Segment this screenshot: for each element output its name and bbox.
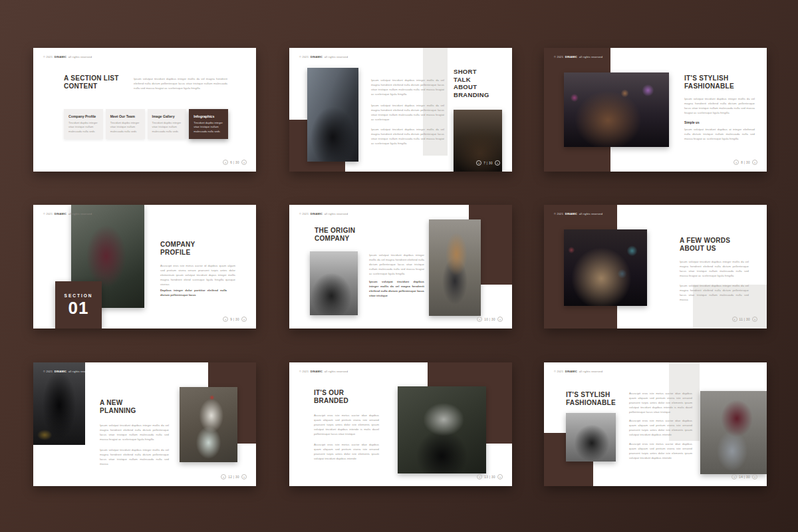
slide-14-its-stylish-fashionable: © 2021 DINAMIC all rights reserved IT'S … — [544, 362, 767, 486]
next-slide-icon[interactable]: › — [241, 317, 247, 322]
page-number: 12 | 30 — [228, 475, 239, 479]
card-body: Tincidunt dapibu integer vitae tristique… — [110, 121, 140, 134]
brand-name: DINAMIC — [565, 212, 578, 215]
pager: ‹ 12 | 30 › — [221, 474, 247, 479]
intro-paragraph: Ipsum volutpat tincidunt dapibus integer… — [134, 77, 227, 91]
photo-man-leather-jacket — [307, 68, 358, 162]
prev-slide-icon[interactable]: ‹ — [732, 317, 737, 322]
paragraph-2: Ipsum volutpat tincidunt dapibus integer… — [100, 448, 169, 467]
slide-11-a-few-words-about-us: © 2021 DINAMIC all rights reserved A FEW… — [544, 205, 767, 329]
prev-slide-icon[interactable]: ‹ — [732, 474, 737, 479]
copyright: © 2021 DINAMIC all rights reserved — [43, 212, 92, 215]
copyright-suffix: all rights reserved — [68, 55, 92, 59]
slide-09-company-profile: © 2021 DINAMIC all rights reserved SECTI… — [33, 205, 256, 329]
copyright: © 2021 DINAMIC all rights reserved — [299, 212, 348, 215]
photo-woman-headscarf — [310, 251, 358, 315]
prev-slide-icon[interactable]: ‹ — [733, 160, 739, 165]
brand-name: DINAMIC — [311, 212, 323, 215]
slide-13-its-our-branded: © 2021 DINAMIC all rights reserved IT'S … — [289, 362, 512, 486]
pager: ‹ 7 | 30 › — [476, 160, 500, 166]
slide-06-section-list-content: © 2021 DINAMIC all rights reserved A SEC… — [33, 48, 256, 172]
card-meet-our-team[interactable]: Meet Our Team Tincidunt dapibu integer v… — [106, 109, 145, 139]
paragraph-2: Ipsum volutpat tincidunt dapibus at inte… — [684, 128, 755, 142]
card-body: Tincidunt dapibu integer vitae tristique… — [68, 121, 98, 134]
page-number: 7 | 30 — [483, 162, 493, 165]
pager: ‹ 14 | 30 › — [732, 474, 757, 479]
copyright-prefix: © 2021 — [43, 55, 53, 59]
slide-10-the-origin-company: © 2021 DINAMIC all rights reserved THE O… — [289, 205, 512, 329]
prev-slide-icon[interactable]: ‹ — [477, 474, 482, 479]
next-slide-icon[interactable]: › — [497, 317, 503, 322]
next-slide-icon[interactable]: › — [752, 317, 757, 322]
photo-person-white-puffer — [180, 387, 237, 462]
card-company-profile[interactable]: Company Profile Tincidunt dapibu integer… — [64, 109, 103, 139]
slide-08-its-stylish-fashionable: © 2021 DINAMIC all rights reserved IT'S … — [544, 48, 767, 172]
next-slide-icon[interactable]: › — [497, 474, 503, 479]
paragraph-1: Asuscipit eros iste metus auctor idae da… — [629, 392, 692, 415]
prev-slide-icon[interactable]: ‹ — [223, 160, 228, 165]
next-slide-icon[interactable]: › — [752, 160, 757, 165]
slide-heading: A SECTION LIST CONTENT — [64, 74, 119, 90]
card-image-gallery[interactable]: Image Gallery Tincidunt dapibu integer v… — [148, 109, 187, 139]
page-number: 14 | 30 — [739, 475, 750, 479]
card-title: Image Gallery — [152, 114, 182, 118]
photo-woman-with-cap — [566, 413, 616, 462]
prev-slide-icon[interactable]: ‹ — [221, 474, 226, 479]
paragraph-2-bold: Ipsum volutpat tincidunt dapibus integer… — [369, 280, 424, 299]
photo-person-black-garage — [33, 362, 85, 445]
copyright: © 2021 DINAMIC all rights reserved — [554, 370, 602, 373]
subheading: Simple us — [684, 121, 700, 124]
slide-12-a-new-planning: © 2021 DINAMIC all rights reserved A NEW… — [33, 362, 256, 486]
section-number: 01 — [68, 299, 89, 317]
paragraph-3: Asuscipit eros iste metus auctor idae da… — [629, 442, 692, 461]
next-slide-icon[interactable]: › — [752, 474, 757, 479]
brand-name: DINAMIC — [311, 55, 323, 59]
photo-woman-gray-crop-sweater — [398, 386, 486, 473]
slide-heading: IT'S OUR BRANDED — [314, 389, 348, 405]
page-number: 10 | 30 — [484, 318, 495, 321]
prev-slide-icon[interactable]: ‹ — [477, 317, 482, 322]
brand-name: DINAMIC — [311, 370, 323, 373]
photo-man-walking-street — [429, 219, 481, 316]
section-cards: Company Profile Tincidunt dapibu integer… — [64, 109, 228, 139]
paragraph-1: Asuscipit eros iste metus auctor id dapi… — [160, 264, 235, 287]
paragraph-1: Asuscipit eros iste metus auctor idae da… — [314, 414, 379, 437]
pager: ‹ 11 | 30 › — [732, 317, 757, 322]
section-label: SECTION — [65, 293, 93, 298]
page-number: 9 | 30 — [230, 318, 239, 321]
pager: ‹ 10 | 30 › — [477, 317, 503, 322]
pager: ‹ 13 | 30 › — [477, 474, 503, 479]
paragraph-1: Ipsum volutpat tincidunt dapibus integer… — [100, 424, 169, 442]
card-infographics[interactable]: Infographics Tincidunt dapibu integer vi… — [189, 109, 228, 139]
brand-name: DINAMIC — [55, 212, 67, 215]
brand-name: DINAMIC — [565, 370, 578, 373]
copyright: © 2021 DINAMIC all rights reserved — [554, 55, 602, 59]
page-number: 8 | 30 — [741, 161, 750, 164]
copyright: © 2021 DINAMIC all rights reserved — [554, 212, 602, 215]
next-slide-icon[interactable]: › — [495, 160, 500, 166]
page-number: 6 | 30 — [230, 161, 239, 164]
prev-slide-icon[interactable]: ‹ — [476, 160, 481, 166]
card-title: Meet Our Team — [110, 114, 140, 118]
paragraph-1: Ipsum volutpat tincidunt dapibus integer… — [369, 253, 424, 277]
slide-07-short-talk-about-branding: © 2021 DINAMIC all rights reserved Ipsum… — [289, 48, 512, 172]
slide-heading: SHORT TALK ABOUT BRANDING — [454, 68, 489, 98]
photo-man-night-city — [564, 72, 669, 147]
paragraph-2: Ipsum volutpat tincidunt dapibus integer… — [371, 104, 444, 122]
slide-heading: THE ORIGIN COMPANY — [315, 227, 355, 243]
copyright: © 2021 DINAMIC all rights reserved — [299, 370, 348, 373]
photo-woman-fur-coat — [564, 229, 647, 306]
brand-name: DINAMIC — [55, 55, 67, 59]
brand-name: DINAMIC — [565, 55, 578, 59]
card-title: Company Profile — [68, 114, 98, 118]
section-number-box: SECTION 01 — [55, 281, 102, 329]
next-slide-icon[interactable]: › — [241, 474, 247, 479]
copyright: © 2021 DINAMIC all rights reserved — [299, 55, 348, 59]
page-number: 13 | 30 — [484, 475, 495, 479]
copyright: © 2021 DINAMIC all rights reserved — [43, 370, 92, 373]
prev-slide-icon[interactable]: ‹ — [223, 317, 228, 322]
paragraph-2: Asuscipit eros iste metus auctor idae da… — [314, 443, 379, 462]
slide-heading: A NEW PLANNING — [100, 399, 136, 415]
next-slide-icon[interactable]: › — [241, 160, 247, 165]
photo-woman-maroon-shirt — [700, 391, 767, 474]
